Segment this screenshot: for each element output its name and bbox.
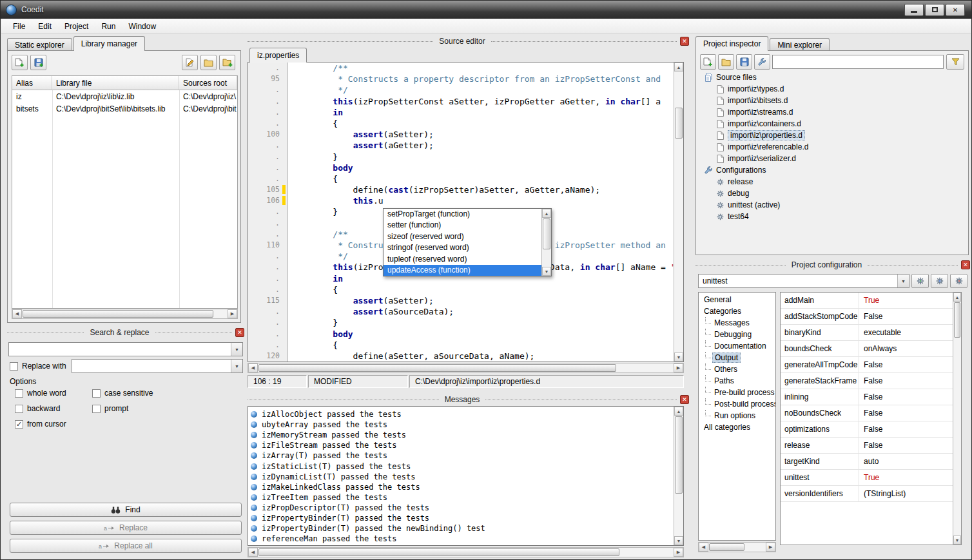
new-source-button[interactable]: [700, 54, 716, 70]
scrollbar-thumb[interactable]: [258, 364, 616, 372]
table-row[interactable]: bitsetsC:\Dev\dproj\bitSet\lib\bitsets.l…: [12, 102, 237, 115]
scroll-left-arrow[interactable]: ◀: [248, 363, 258, 372]
menu-edit[interactable]: Edit: [32, 20, 58, 33]
chevron-down-icon[interactable]: ▼: [897, 275, 909, 287]
code-line[interactable]: * Constructs a property descriptor from …: [313, 73, 674, 84]
category-item[interactable]: Debugging: [699, 329, 775, 340]
search-term-combobox[interactable]: ▼: [8, 342, 243, 356]
code-line[interactable]: assert(aSourceData);: [313, 306, 674, 317]
tab-project-inspector[interactable]: Project inspector: [695, 36, 768, 51]
configuration-combobox[interactable]: unittest ▼: [698, 274, 909, 288]
column-header[interactable]: Alias: [12, 76, 52, 90]
menu-file[interactable]: File: [6, 20, 32, 33]
message-item[interactable]: izPropDescriptor(T) passed the tests: [251, 503, 671, 513]
completion-item[interactable]: stringof (reserved word): [384, 242, 541, 253]
gutter-line[interactable]: 105: [248, 184, 287, 195]
gutter-line[interactable]: .: [248, 251, 287, 262]
edit-library-button[interactable]: [182, 55, 198, 70]
tree-node[interactable]: import\iz\containers.d: [699, 118, 966, 130]
save-library-list-button[interactable]: [30, 55, 46, 70]
gutter-line[interactable]: .: [248, 173, 287, 184]
property-value[interactable]: False: [859, 309, 953, 324]
add-configuration-button[interactable]: [911, 274, 929, 288]
properties-v-scrollbar[interactable]: ▲ ▼: [953, 293, 961, 545]
categories-h-scrollbar[interactable]: ◀ ▶: [698, 542, 776, 552]
category-item[interactable]: Documentation: [699, 340, 775, 352]
tree-node[interactable]: import\iz\bitsets.d: [699, 95, 966, 106]
tab-static-explorer[interactable]: Static explorer: [7, 38, 72, 51]
scrollbar-thumb[interactable]: [675, 108, 683, 139]
code-line[interactable]: body: [313, 162, 674, 173]
tree-node[interactable]: import\iz\properties.d: [699, 130, 966, 141]
property-name[interactable]: targetKind: [781, 454, 859, 469]
tab-mini-explorer[interactable]: Mini explorer: [770, 38, 830, 51]
tab-library-manager[interactable]: Library manager: [73, 36, 145, 51]
message-item[interactable]: izDynamicList(T) passed the tests: [251, 472, 671, 482]
code-line[interactable]: assert(aSetter);: [313, 295, 674, 306]
chevron-down-icon[interactable]: ▼: [231, 343, 242, 356]
message-item[interactable]: ubyteArray passed the tests: [251, 420, 671, 430]
maximize-button[interactable]: [925, 4, 944, 16]
close-config-panel-button[interactable]: ✕: [961, 260, 970, 269]
gutter-line[interactable]: .: [248, 229, 287, 240]
code-line[interactable]: in: [313, 107, 674, 118]
clone-configuration-button[interactable]: [931, 274, 948, 288]
tree-node-source-files[interactable]: Source files: [699, 72, 966, 83]
checkbox-from-cursor[interactable]: ✓from cursor: [15, 420, 92, 429]
tree-node[interactable]: release: [699, 176, 966, 188]
message-item[interactable]: izAllocObject passed the tests: [251, 409, 671, 420]
property-value[interactable]: auto: [859, 454, 953, 469]
property-name[interactable]: unittest: [781, 470, 859, 485]
gutter-line[interactable]: .: [248, 284, 287, 295]
save-project-button[interactable]: [736, 54, 752, 70]
scrollbar-thumb[interactable]: [954, 302, 960, 338]
code-line[interactable]: {: [313, 340, 674, 351]
scroll-left-arrow[interactable]: ◀: [699, 543, 708, 552]
scroll-up-arrow[interactable]: ▲: [953, 293, 961, 302]
filter-button[interactable]: [946, 54, 964, 70]
message-item[interactable]: izMemoryStream passed the tests: [251, 430, 671, 440]
scroll-down-arrow[interactable]: ▼: [674, 536, 683, 545]
checkbox-whole-word[interactable]: whole word: [15, 389, 92, 398]
replace-with-checkbox[interactable]: Replace with: [10, 362, 66, 371]
scroll-right-arrow[interactable]: ▶: [766, 543, 775, 552]
message-item[interactable]: izMakeLinkedClass passed the tests: [251, 482, 671, 492]
inspector-filter-input[interactable]: [772, 55, 944, 69]
open-project-button[interactable]: [718, 54, 734, 70]
checkbox-case-sensitive[interactable]: case sensitive: [92, 389, 221, 398]
property-value[interactable]: executable: [859, 325, 953, 340]
gutter-line[interactable]: .: [248, 329, 287, 340]
checkbox-prompt[interactable]: prompt: [92, 404, 221, 413]
gutter-line[interactable]: .: [248, 151, 287, 162]
gutter-line[interactable]: .: [248, 162, 287, 173]
column-header[interactable]: Sources root: [179, 76, 237, 90]
category-item[interactable]: Categories: [699, 305, 775, 317]
category-item[interactable]: Pre-build process: [699, 387, 775, 398]
property-value[interactable]: True: [859, 470, 953, 485]
message-item[interactable]: izArray(T) passed the tests: [251, 450, 671, 461]
code-line[interactable]: this.u: [313, 195, 674, 206]
message-item[interactable]: izFileStream passed the tests: [251, 440, 671, 450]
code-line[interactable]: assert(aGetter);: [313, 140, 674, 151]
completion-item[interactable]: setPropTarget (function): [384, 209, 541, 220]
gutter-line[interactable]: 110: [248, 240, 287, 251]
scroll-up-arrow[interactable]: ▲: [674, 407, 683, 416]
close-messages-panel-button[interactable]: ✕: [680, 395, 689, 404]
menu-window[interactable]: Window: [122, 20, 162, 33]
completion-item[interactable]: sizeof (reserved word): [384, 231, 541, 242]
gutter-line[interactable]: .: [248, 118, 287, 129]
minimize-button[interactable]: [904, 4, 924, 16]
tree-node[interactable]: import\iz\types.d: [699, 83, 966, 95]
property-name[interactable]: noBoundsCheck: [781, 405, 859, 421]
message-item[interactable]: izStaticList(T) passed the tests: [251, 461, 671, 471]
code-line[interactable]: }: [313, 151, 674, 162]
tree-node-configurations[interactable]: Configurations: [699, 164, 966, 176]
property-name[interactable]: generateStackFrame: [781, 373, 859, 389]
editor-v-scrollbar[interactable]: ▲ ▼: [674, 63, 683, 362]
category-item[interactable]: Messages: [699, 317, 775, 329]
gutter-line[interactable]: .: [248, 84, 287, 95]
code-line[interactable]: body: [313, 329, 674, 340]
scroll-right-arrow[interactable]: ▶: [674, 363, 683, 372]
project-options-button[interactable]: [754, 54, 770, 70]
completion-item[interactable]: setter (function): [384, 220, 541, 231]
